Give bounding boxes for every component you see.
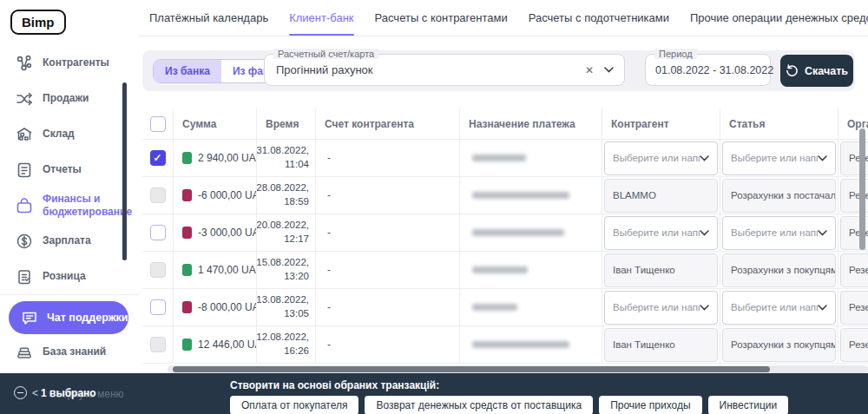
cell-checkbox bbox=[142, 177, 174, 214]
action-button-2[interactable]: Возврат денежных средств от поставщика bbox=[365, 396, 593, 414]
sidebar-item-salary[interactable]: Зарплата bbox=[0, 223, 139, 259]
period-value: 01.08.2022 - 31.08.2022 bbox=[646, 64, 773, 76]
chevron-down-icon bbox=[700, 305, 709, 311]
vertical-scrollbar[interactable] bbox=[859, 128, 865, 250]
amount-value: -8 000,00 UAH bbox=[198, 301, 257, 313]
expense-indicator bbox=[182, 301, 192, 313]
cell-amount: 12 446,00 UAH bbox=[174, 326, 257, 363]
chat-support-button[interactable]: Чат поддержки bbox=[9, 301, 128, 334]
collapse-menu-icon[interactable] bbox=[14, 386, 27, 399]
action-button-1[interactable]: Оплата от покупателя bbox=[230, 396, 358, 414]
sidebar-item-report[interactable]: Отчеты bbox=[0, 152, 139, 187]
cell-checkbox bbox=[142, 289, 174, 325]
contragent-select[interactable]: Выберите или напишит bbox=[604, 141, 718, 175]
cell-article: Выберите или напишит bbox=[720, 140, 838, 176]
contragent-select[interactable]: Выберите или напишит bbox=[604, 291, 718, 325]
cell-counterparty-account: - bbox=[316, 252, 460, 288]
column-header-contragent: Контрагент bbox=[602, 108, 720, 139]
row-checkbox[interactable] bbox=[150, 299, 166, 315]
redacted-payment-purpose bbox=[472, 229, 564, 236]
org-value[interactable]: Резе bbox=[840, 291, 868, 325]
sidebar-item-shuffle[interactable]: Продажи bbox=[0, 81, 139, 116]
cell-article: Розрахунки з покупцями bbox=[720, 252, 838, 288]
org-value[interactable]: Резе bbox=[840, 253, 868, 287]
article-value[interactable]: Розрахунки з покупцями bbox=[722, 328, 836, 362]
article-select[interactable]: Выберите или напишит bbox=[722, 291, 836, 325]
download-button[interactable]: Скачать bbox=[780, 55, 853, 87]
sidebar-item-network[interactable]: Контрагенты bbox=[0, 45, 139, 81]
select-placeholder: Выберите или напишит bbox=[731, 153, 818, 163]
cell-article: Выберите или напишит bbox=[720, 289, 838, 325]
contragent-value[interactable]: Іван Тищенко bbox=[604, 253, 718, 287]
cell-payment-purpose bbox=[460, 214, 602, 251]
sidebar-item-label: Финансы и бюджетирование bbox=[43, 193, 126, 218]
expense-indicator bbox=[182, 189, 192, 201]
finance-icon bbox=[16, 197, 33, 214]
contragent-select[interactable]: Выберите или напишит bbox=[604, 216, 718, 250]
tab-4[interactable]: Расчеты с подотчетниками bbox=[529, 0, 669, 36]
horizontal-scrollbar-thumb[interactable] bbox=[173, 366, 770, 372]
action-bar-title: Створити на основі обраних транзакцій: bbox=[230, 379, 439, 391]
sidebar-nav: КонтрагентыПродажиСкладОтчетыФинансы и б… bbox=[0, 45, 139, 370]
action-button-3[interactable]: Прочие приходы bbox=[599, 396, 701, 414]
select-placeholder: Выберите или напишит bbox=[613, 227, 700, 238]
row-checkbox[interactable] bbox=[150, 150, 166, 166]
article-select[interactable]: Выберите или напишит bbox=[722, 216, 836, 250]
select-all-checkbox[interactable] bbox=[150, 116, 166, 132]
sidebar-item-finance[interactable]: Финансы и бюджетирование bbox=[0, 187, 139, 223]
chevron-down-icon[interactable] bbox=[604, 67, 614, 73]
cell-article: Розрахунки з постачальни bbox=[720, 177, 838, 214]
sidebar-item-knowledge-base[interactable]: База знаний bbox=[0, 334, 139, 370]
period-field[interactable]: Период 01.08.2022 - 31.08.2022 bbox=[645, 54, 771, 86]
sidebar-item-retail[interactable]: Розница bbox=[0, 259, 139, 294]
article-select[interactable]: Выберите или напишит bbox=[722, 141, 836, 175]
toggle-from-bank[interactable]: Из банка bbox=[154, 60, 221, 82]
sidebar: Bimp КонтрагентыПродажиСкладОтчетыФинанс… bbox=[0, 0, 139, 414]
transactions-table: Сумма Время Счет контрагента Назначение … bbox=[142, 108, 868, 365]
column-header-purpose: Назначение платежа bbox=[460, 108, 602, 139]
download-label: Скачать bbox=[805, 65, 848, 77]
selected-count: 1 выбрано bbox=[41, 387, 96, 399]
article-value[interactable]: Розрахунки з покупцями bbox=[722, 253, 836, 287]
tab-2[interactable]: Клиент-банк bbox=[289, 0, 353, 36]
account-select[interactable]: Расчетный счет/карта Прогінний рахунок ✕ bbox=[264, 54, 625, 86]
cell-time: 15.08.2022,13:20 bbox=[257, 252, 316, 288]
action-button-4[interactable]: Инвестиции bbox=[708, 396, 789, 414]
sidebar-item-label: Зарплата bbox=[43, 234, 126, 246]
tab-1[interactable]: Платёжный календарь bbox=[149, 0, 268, 36]
clear-icon[interactable]: ✕ bbox=[585, 64, 594, 76]
cell-checkbox bbox=[142, 140, 174, 176]
article-value[interactable]: Розрахунки з постачальни bbox=[722, 179, 836, 213]
collapse-chevron-icon: < bbox=[32, 387, 38, 399]
select-placeholder: Выберите или напишит bbox=[613, 302, 700, 312]
table-row: -3 000,00 UAH20.08.2022,12:17-Выберите и… bbox=[142, 214, 868, 252]
sidebar-item-label: Розница bbox=[43, 270, 126, 282]
sidebar-item-warehouse[interactable]: Склад bbox=[0, 116, 139, 152]
select-placeholder: Выберите или напишит bbox=[613, 153, 700, 163]
row-checkbox[interactable] bbox=[150, 225, 166, 240]
contragent-value[interactable]: BLAMMO bbox=[604, 179, 718, 213]
chevron-down-icon bbox=[700, 230, 709, 236]
tab-3[interactable]: Расчеты с контрагентами bbox=[375, 0, 508, 36]
cell-contragent: Іван Тищенко bbox=[602, 326, 720, 363]
contragent-value[interactable]: Іван Тищенко bbox=[604, 328, 718, 362]
tab-5[interactable]: Прочие операции денежных средств bbox=[690, 0, 868, 36]
sidebar-scrollbar[interactable] bbox=[122, 82, 127, 260]
time-value: 12:17 bbox=[284, 233, 309, 246]
amount-value: -6 000,00 UAH bbox=[198, 189, 257, 201]
time-value: 13:05 bbox=[284, 307, 309, 321]
column-header-article: Статья bbox=[720, 108, 838, 139]
salary-icon bbox=[16, 233, 33, 250]
cell-amount: 2 940,00 UAH bbox=[174, 140, 257, 176]
sidebar-item-label: Отчеты bbox=[43, 163, 126, 175]
cell-time: 12.08.2022,16:26 bbox=[257, 326, 316, 363]
bimp-logo[interactable]: Bimp bbox=[10, 10, 66, 35]
books-icon bbox=[16, 344, 33, 361]
amount-value: 12 446,00 UAH bbox=[198, 338, 257, 351]
income-indicator bbox=[182, 264, 192, 276]
horizontal-scrollbar-track[interactable] bbox=[168, 365, 868, 373]
cell-amount: 1 470,00 UAH bbox=[174, 252, 257, 288]
cell-contragent: BLAMMO bbox=[602, 177, 720, 214]
row-checkbox bbox=[150, 262, 166, 278]
org-value[interactable]: Резе bbox=[840, 328, 868, 362]
